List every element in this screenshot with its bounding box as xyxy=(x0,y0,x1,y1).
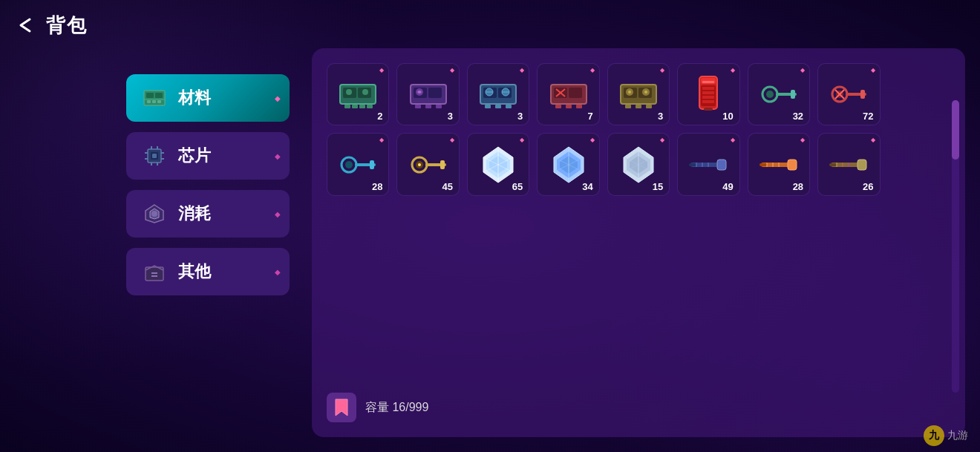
item-count-1: 2 xyxy=(377,111,382,122)
item-slot-15[interactable]: 28 xyxy=(748,133,810,195)
item-img-8 xyxy=(828,76,869,112)
sidebar-label-consumables: 消耗 xyxy=(178,203,211,225)
item-img-15 xyxy=(758,147,800,183)
svg-rect-49 xyxy=(506,105,512,108)
item-img-12 xyxy=(548,147,589,183)
svg-point-63 xyxy=(628,91,631,94)
svg-rect-122 xyxy=(760,163,767,166)
capacity-value: 16/999 xyxy=(392,401,428,413)
svg-rect-70 xyxy=(702,81,714,83)
items-area: 2 3 xyxy=(327,63,950,385)
item-count-16: 26 xyxy=(863,181,873,192)
item-slot-4[interactable]: 7 xyxy=(537,63,599,125)
items-row-2: 28 45 xyxy=(327,133,950,195)
sidebar: 材料 芯片 xyxy=(126,74,290,295)
materials-icon xyxy=(141,85,168,111)
item-count-15: 28 xyxy=(793,181,803,192)
svg-rect-56 xyxy=(566,105,572,108)
svg-rect-57 xyxy=(576,105,582,108)
item-count-10: 45 xyxy=(442,181,452,192)
svg-rect-75 xyxy=(702,100,714,103)
svg-rect-127 xyxy=(858,160,866,170)
header: 背包 xyxy=(12,12,88,39)
sidebar-item-chips[interactable]: 芯片 xyxy=(126,132,290,180)
item-slot-10[interactable]: 45 xyxy=(396,133,459,195)
item-img-16 xyxy=(828,147,869,183)
item-slot-9[interactable]: 28 xyxy=(327,133,389,195)
item-count-11: 65 xyxy=(512,181,523,192)
svg-rect-115 xyxy=(717,160,726,170)
svg-rect-47 xyxy=(485,105,491,108)
svg-rect-5 xyxy=(152,100,156,103)
sidebar-item-others[interactable]: 其他 xyxy=(126,248,290,295)
svg-point-95 xyxy=(418,163,421,166)
item-slot-16[interactable]: 26 xyxy=(817,133,880,195)
panel-footer: 容量 16/999 xyxy=(327,385,950,422)
svg-rect-67 xyxy=(646,105,652,108)
item-count-9: 28 xyxy=(372,181,382,192)
item-count-6: 10 xyxy=(722,111,733,122)
svg-point-20 xyxy=(151,211,157,217)
svg-rect-90 xyxy=(370,160,374,169)
svg-rect-65 xyxy=(625,105,631,108)
svg-rect-121 xyxy=(788,160,797,170)
item-slot-6[interactable]: 10 xyxy=(677,63,739,125)
svg-rect-35 xyxy=(428,88,442,98)
sidebar-item-materials[interactable]: 材料 xyxy=(126,74,290,122)
item-count-3: 3 xyxy=(517,111,523,122)
watermark: 九 九游 xyxy=(924,425,968,446)
item-count-2: 3 xyxy=(448,111,453,122)
sidebar-item-consumables[interactable]: 消耗 xyxy=(126,190,290,238)
svg-rect-76 xyxy=(704,108,713,111)
item-slot-12[interactable]: 34 xyxy=(537,133,599,195)
svg-point-78 xyxy=(766,91,774,98)
item-slot-5[interactable]: 3 xyxy=(607,63,670,125)
main-panel: 2 3 xyxy=(312,48,965,437)
scrollbar-thumb[interactable] xyxy=(952,100,959,160)
sidebar-label-others: 其他 xyxy=(178,261,211,283)
item-slot-11[interactable]: 65 xyxy=(467,133,529,195)
svg-rect-72 xyxy=(702,87,714,90)
svg-rect-1 xyxy=(146,93,154,98)
svg-rect-28 xyxy=(352,105,358,108)
item-slot-13[interactable]: 15 xyxy=(607,133,670,195)
item-img-4 xyxy=(548,76,589,112)
item-slot-1[interactable]: 2 xyxy=(327,63,389,125)
item-slot-8[interactable]: 72 xyxy=(817,63,880,125)
item-img-1 xyxy=(337,76,379,112)
sidebar-label-materials: 材料 xyxy=(178,87,211,109)
capacity-label: 容量 xyxy=(365,401,389,413)
svg-marker-132 xyxy=(336,399,347,416)
svg-rect-29 xyxy=(359,105,365,108)
svg-rect-52 xyxy=(569,88,582,98)
item-img-14 xyxy=(687,147,729,183)
svg-rect-37 xyxy=(415,105,421,108)
back-button[interactable] xyxy=(12,12,39,39)
page-title: 背包 xyxy=(46,13,88,39)
bookmark-button[interactable] xyxy=(327,393,356,422)
others-icon xyxy=(141,258,168,285)
svg-rect-74 xyxy=(702,96,714,99)
item-slot-3[interactable]: 3 xyxy=(467,63,529,125)
item-count-4: 7 xyxy=(588,111,593,122)
capacity-text: 容量 16/999 xyxy=(365,400,428,416)
svg-rect-2 xyxy=(155,93,163,98)
svg-rect-4 xyxy=(147,100,151,103)
svg-rect-73 xyxy=(702,91,714,94)
items-row-1: 2 3 xyxy=(327,63,950,125)
svg-rect-6 xyxy=(157,100,161,103)
item-slot-14[interactable]: 49 xyxy=(677,133,739,195)
svg-rect-30 xyxy=(367,105,373,108)
item-count-7: 32 xyxy=(793,111,803,122)
svg-rect-48 xyxy=(495,105,501,108)
item-img-5 xyxy=(618,76,659,112)
scrollbar-track[interactable] xyxy=(952,100,959,393)
svg-rect-66 xyxy=(636,105,641,108)
item-img-7 xyxy=(758,76,800,112)
svg-rect-116 xyxy=(689,163,696,166)
svg-point-88 xyxy=(345,161,353,168)
item-img-10 xyxy=(408,147,449,183)
item-slot-2[interactable]: 3 xyxy=(396,63,459,125)
item-slot-7[interactable]: 32 xyxy=(748,63,810,125)
item-count-8: 72 xyxy=(863,111,873,122)
